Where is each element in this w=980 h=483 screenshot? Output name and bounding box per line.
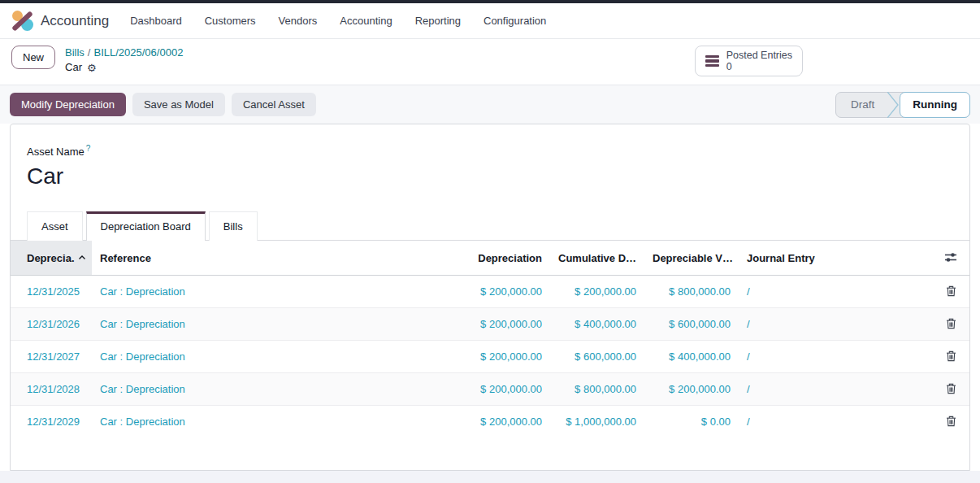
delete-row-icon[interactable] [944, 381, 958, 396]
cell-date[interactable]: 12/31/2029 [11, 406, 92, 438]
cell-depreciation[interactable]: $ 200,000.00 [453, 308, 550, 341]
nav-item-customers[interactable]: Customers [205, 15, 256, 27]
column-header-journal-entry[interactable]: Journal Entry [739, 241, 932, 276]
cell-date[interactable]: 12/31/2028 [11, 373, 92, 406]
modify-depreciation-button[interactable]: Modify Depreciation [10, 93, 126, 116]
cell-reference[interactable]: Car : Depreciation [92, 341, 453, 373]
tab-asset[interactable]: Asset [27, 211, 83, 241]
cell-depreciable[interactable]: $ 800,000.00 [644, 276, 739, 308]
new-button[interactable]: New [11, 46, 55, 69]
cell-reference[interactable]: Car : Depreciation [92, 276, 453, 308]
posted-entries-stat-button[interactable]: Posted Entries 0 [695, 46, 803, 76]
sort-asc-icon [78, 254, 86, 261]
form-status-bar: Modify Depreciation Save as Model Cancel… [0, 85, 980, 124]
page-footer [0, 471, 980, 483]
column-header-depreciable[interactable]: Depreciable V… [644, 241, 739, 276]
cell-depreciation[interactable]: $ 200,000.00 [453, 373, 550, 406]
cell-reference[interactable]: Car : Depreciation [92, 373, 453, 406]
table-row[interactable]: 12/31/2027 Car : Depreciation $ 200,000.… [11, 341, 969, 373]
main-navbar: Accounting Dashboard Customers Vendors A… [0, 3, 980, 39]
delete-row-icon[interactable] [944, 284, 958, 298]
nav-item-reporting[interactable]: Reporting [415, 15, 461, 27]
delete-row-icon[interactable] [944, 349, 958, 363]
cell-journal-entry[interactable]: / [739, 276, 932, 308]
cell-depreciation[interactable]: $ 200,000.00 [453, 276, 550, 308]
stat-button-value: 0 [726, 61, 792, 72]
nav-menu: Dashboard Customers Vendors Accounting R… [130, 15, 546, 27]
state-widget: Draft Running [835, 92, 970, 118]
save-as-model-button[interactable]: Save as Model [132, 93, 225, 116]
table-row[interactable]: 12/31/2025 Car : Depreciation $ 200,000.… [11, 276, 969, 308]
delete-row-icon[interactable] [944, 316, 958, 331]
breadcrumb-bills-link[interactable]: Bills [65, 46, 85, 59]
nav-item-accounting[interactable]: Accounting [340, 15, 392, 27]
cell-journal-entry[interactable]: / [739, 406, 932, 438]
table-row[interactable]: 12/31/2026 Car : Depreciation $ 200,000.… [11, 308, 969, 341]
depreciation-table: Deprecia. Reference Depreciation Cumulat… [11, 241, 969, 437]
table-header-row: Deprecia. Reference Depreciation Cumulat… [11, 241, 969, 276]
state-draft[interactable]: Draft [836, 93, 887, 117]
journal-entries-icon [705, 55, 719, 67]
stat-button-label: Posted Entries [726, 50, 792, 61]
cell-cumulative[interactable]: $ 1,000,000.00 [550, 406, 644, 438]
column-header-options [932, 241, 969, 276]
asset-name-label: Asset Name? [27, 144, 953, 158]
form-sheet: Asset Name? Car Asset Depreciation Board… [10, 124, 970, 471]
cancel-asset-button[interactable]: Cancel Asset [232, 93, 316, 116]
cell-cumulative[interactable]: $ 800,000.00 [550, 373, 644, 406]
cell-journal-entry[interactable]: / [739, 373, 932, 406]
table-row[interactable]: 12/31/2029 Car : Depreciation $ 200,000.… [11, 406, 969, 438]
cell-journal-entry[interactable]: / [739, 341, 932, 373]
cell-depreciable[interactable]: $ 200,000.00 [644, 373, 739, 406]
cell-date[interactable]: 12/31/2026 [11, 308, 92, 341]
nav-item-dashboard[interactable]: Dashboard [130, 15, 182, 27]
column-header-reference[interactable]: Reference [92, 241, 453, 276]
column-header-depreciation[interactable]: Depreciation [453, 241, 550, 276]
breadcrumb-current: Car [65, 61, 82, 74]
cell-date[interactable]: 12/31/2027 [11, 341, 92, 373]
cell-date[interactable]: 12/31/2025 [11, 276, 92, 308]
cell-depreciable[interactable]: $ 600,000.00 [644, 308, 739, 341]
breadcrumb: Bills/BILL/2025/06/0002 Car ⚙ [65, 46, 183, 74]
cell-depreciation[interactable]: $ 200,000.00 [453, 406, 550, 438]
table-row[interactable]: 12/31/2028 Car : Depreciation $ 200,000.… [11, 373, 969, 406]
adjust-columns-icon[interactable] [943, 250, 959, 265]
delete-row-icon[interactable] [944, 414, 958, 429]
cell-reference[interactable]: Car : Depreciation [92, 406, 453, 438]
accounting-app-icon[interactable] [11, 11, 33, 31]
nav-item-configuration[interactable]: Configuration [483, 15, 546, 27]
cell-reference[interactable]: Car : Depreciation [92, 308, 453, 341]
state-running[interactable]: Running [900, 92, 970, 118]
gear-icon[interactable]: ⚙ [87, 63, 97, 73]
asset-name-value[interactable]: Car [27, 163, 953, 189]
control-panel: New Bills/BILL/2025/06/0002 Car ⚙ Posted… [0, 39, 980, 85]
column-header-cumulative[interactable]: Cumulative D… [550, 241, 644, 276]
breadcrumb-bill-link[interactable]: BILL/2025/06/0002 [93, 46, 183, 59]
cell-cumulative[interactable]: $ 200,000.00 [550, 276, 644, 308]
cell-cumulative[interactable]: $ 600,000.00 [550, 341, 644, 373]
notebook-tabs: Asset Depreciation Board Bills [11, 211, 969, 241]
cell-cumulative[interactable]: $ 400,000.00 [550, 308, 644, 341]
state-arrow-icon [887, 92, 900, 118]
help-tooltip-icon[interactable]: ? [86, 144, 91, 153]
nav-item-vendors[interactable]: Vendors [279, 15, 318, 27]
cell-depreciable[interactable]: $ 400,000.00 [644, 341, 739, 373]
column-header-depreciation-date[interactable]: Deprecia. [11, 241, 92, 276]
cell-journal-entry[interactable]: / [739, 308, 932, 341]
breadcrumb-separator: / [88, 46, 91, 59]
tab-bills[interactable]: Bills [209, 211, 258, 241]
cell-depreciable[interactable]: $ 0.00 [644, 406, 739, 438]
cell-depreciation[interactable]: $ 200,000.00 [453, 341, 550, 373]
tab-depreciation-board[interactable]: Depreciation Board [86, 211, 206, 241]
app-title[interactable]: Accounting [41, 13, 109, 29]
